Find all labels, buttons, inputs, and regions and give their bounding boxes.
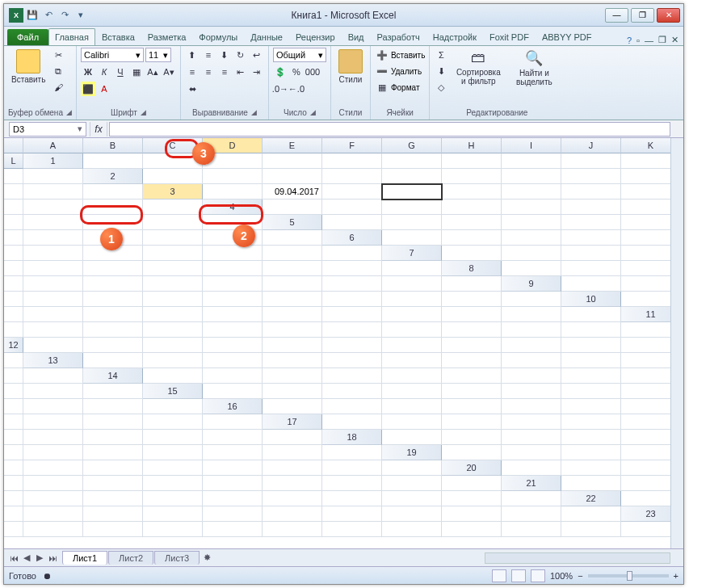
cell-E3[interactable] — [442, 184, 502, 200]
cell-B5[interactable] — [382, 215, 442, 230]
row-header[interactable]: 13 — [23, 353, 83, 368]
minimize-button[interactable]: — — [605, 8, 628, 23]
cell-E23[interactable] — [203, 522, 263, 537]
minimize-ribbon-icon[interactable]: ▫ — [636, 36, 640, 45]
cell-L9[interactable] — [502, 292, 561, 307]
cell-C9[interactable] — [4, 292, 23, 307]
cell-E10[interactable] — [143, 307, 203, 322]
cell-K14[interactable] — [23, 384, 83, 399]
cell-D21[interactable] — [23, 491, 83, 506]
row-header[interactable]: 18 — [322, 430, 382, 445]
cell-C10[interactable] — [23, 307, 83, 322]
copy-icon[interactable]: ⧉ — [51, 64, 65, 78]
cell-C13[interactable] — [203, 353, 263, 368]
cell-I9[interactable] — [322, 292, 382, 307]
qat-customize-icon[interactable]: ▾ — [74, 8, 88, 23]
sheet-nav-next-icon[interactable]: ▶ — [33, 552, 46, 565]
align-center-icon[interactable]: ≡ — [201, 65, 216, 79]
cell-E17[interactable] — [561, 414, 621, 430]
cell-G23[interactable] — [322, 522, 382, 537]
cell-J8[interactable] — [322, 276, 382, 292]
cell-H4[interactable] — [4, 215, 23, 230]
cell-G19[interactable] — [83, 460, 143, 476]
cell-C16[interactable] — [382, 399, 442, 414]
cell-G22[interactable] — [263, 506, 322, 522]
cell-K15[interactable] — [83, 399, 143, 414]
cell-E12[interactable] — [263, 338, 322, 353]
cell-B17[interactable] — [382, 414, 442, 430]
underline-button[interactable]: Ч — [113, 65, 128, 79]
row-header[interactable]: 3 — [143, 184, 203, 200]
cell-C17[interactable] — [442, 414, 502, 430]
align-left-icon[interactable]: ≡ — [185, 65, 200, 79]
cell-K17[interactable] — [203, 430, 263, 445]
cell-D3[interactable] — [382, 184, 442, 200]
row-header[interactable]: 9 — [502, 276, 561, 292]
row-header[interactable]: 19 — [382, 445, 442, 460]
tab-abbyy[interactable]: ABBYY PDF — [536, 28, 599, 45]
cell-H9[interactable] — [263, 292, 322, 307]
font-size-combo[interactable]: 11▾ — [145, 48, 171, 62]
cell-B23[interactable] — [23, 522, 83, 537]
cell-D14[interactable] — [322, 368, 382, 384]
cell-C6[interactable] — [502, 230, 561, 246]
cell-L8[interactable] — [442, 276, 502, 292]
tab-view[interactable]: Вид — [342, 28, 371, 45]
cell-A12[interactable] — [23, 338, 83, 353]
cell-E8[interactable] — [23, 276, 83, 292]
sheet-nav-prev-icon[interactable]: ◀ — [20, 552, 33, 565]
cell-C5[interactable] — [442, 215, 502, 230]
cell-C22[interactable] — [23, 506, 83, 522]
cell-K22[interactable] — [502, 506, 561, 522]
cell-I17[interactable] — [83, 430, 143, 445]
cell-A19[interactable] — [442, 445, 502, 460]
cell-E16[interactable] — [502, 399, 561, 414]
cell-K20[interactable] — [382, 476, 442, 491]
cell-D13[interactable] — [263, 353, 322, 368]
tab-review[interactable]: Рецензир — [289, 28, 342, 45]
cell-J23[interactable] — [502, 522, 561, 537]
cell-J15[interactable] — [23, 399, 83, 414]
merge-center-icon[interactable]: ⬌ — [185, 82, 200, 96]
cell-G7[interactable] — [83, 261, 143, 276]
cell-G9[interactable] — [203, 292, 263, 307]
cell-H17[interactable] — [23, 430, 83, 445]
row-header[interactable]: 10 — [561, 292, 621, 307]
cell-K18[interactable] — [263, 445, 322, 460]
cell-D6[interactable] — [561, 230, 621, 246]
cell-E13[interactable] — [322, 353, 382, 368]
cell-L21[interactable] — [502, 491, 561, 506]
cell-A8[interactable] — [502, 261, 561, 276]
cell-K19[interactable] — [322, 460, 382, 476]
delete-cells-button[interactable]: ➖Удалить — [375, 64, 422, 78]
cell-L13[interactable] — [23, 368, 83, 384]
cell-G10[interactable] — [263, 307, 322, 322]
cell-F15[interactable] — [502, 384, 561, 399]
tab-addins[interactable]: Надстройк — [426, 28, 483, 45]
cell-L3[interactable] — [143, 200, 203, 215]
view-page-break-icon[interactable] — [531, 569, 545, 582]
cell-G2[interactable] — [502, 169, 561, 184]
cell-K7[interactable] — [322, 261, 382, 276]
tab-home[interactable]: Главная — [48, 28, 95, 45]
cell-I4[interactable] — [23, 215, 83, 230]
align-right-icon[interactable]: ≡ — [217, 65, 232, 79]
sheet-tab-1[interactable]: Лист1 — [62, 551, 107, 565]
cell-L19[interactable] — [382, 460, 442, 476]
cell-F18[interactable] — [4, 445, 23, 460]
row-header[interactable]: 8 — [442, 261, 502, 276]
cell-J5[interactable] — [143, 230, 203, 246]
row-header[interactable]: 20 — [442, 460, 502, 476]
cell-B4[interactable] — [322, 200, 382, 215]
doc-close-icon[interactable]: ✕ — [671, 35, 678, 45]
cell-A3[interactable] — [203, 184, 263, 200]
cell-J19[interactable] — [263, 460, 322, 476]
cell-G17[interactable] — [4, 430, 23, 445]
cell-F4[interactable] — [561, 200, 621, 215]
cell-F8[interactable] — [83, 276, 143, 292]
cell-I18[interactable] — [143, 445, 203, 460]
bold-button[interactable]: Ж — [81, 65, 95, 79]
cell-D16[interactable] — [442, 399, 502, 414]
cell-C18[interactable] — [502, 430, 561, 445]
cell-E21[interactable] — [83, 491, 143, 506]
